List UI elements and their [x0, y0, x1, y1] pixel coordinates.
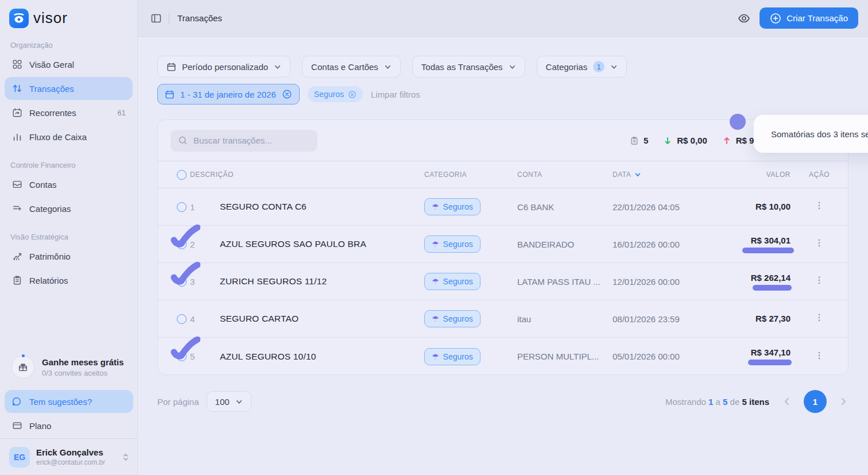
row-account: LATAM PASS ITAU ... — [517, 277, 613, 287]
sidebar-toggle-icon[interactable] — [150, 13, 162, 24]
clipboard-icon — [11, 275, 22, 286]
sidebar-item-label: Contas — [29, 180, 57, 190]
category-tag[interactable]: ☂Seguros — [424, 348, 480, 365]
sidebar-item-fluxo-de-caixa[interactable]: Fluxo de Caixa — [5, 125, 133, 148]
brand-logo: visor — [0, 0, 137, 28]
accounts-filter-label: Contas e Cartões — [311, 62, 378, 72]
row-checkbox[interactable] — [177, 352, 187, 361]
selection-sum-tooltip: Somatórias dos 3 itens selecionados — [754, 115, 868, 153]
date-range-label: 1 - 31 de janeiro de 2026 — [180, 90, 276, 99]
row-actions-menu[interactable] — [790, 201, 848, 213]
row-index: 3 — [190, 277, 220, 287]
category-tag[interactable]: ☂Seguros — [424, 198, 480, 215]
transaction-type-filter-dropdown[interactable]: Todas as Transações — [412, 56, 525, 78]
suggestions-button[interactable]: Tem sugestões? — [5, 390, 133, 413]
visibility-eye-icon[interactable] — [738, 12, 750, 25]
suggestions-label: Tem sugestões? — [29, 397, 92, 407]
chevron-down-icon — [274, 63, 281, 71]
plus-circle-icon — [770, 13, 781, 24]
sidebar-item-label: Recorrentes — [29, 108, 76, 118]
sidebar-item-label: Visão Geral — [29, 60, 74, 69]
row-value: R$ 10,00 — [755, 202, 790, 211]
active-filters: 1 - 31 de janeiro de 2026 Seguros Limpar… — [157, 84, 420, 105]
chevron-down-icon — [610, 63, 618, 71]
categories-filter-dropdown[interactable]: Categorias 1 — [537, 56, 627, 78]
arrow-up-icon — [722, 136, 731, 145]
annotation-underline — [748, 360, 792, 365]
sidebar-item-recorrentes[interactable]: Recorrentes 61 — [5, 101, 133, 124]
row-value: R$ 27,30 — [755, 314, 790, 323]
topbar: Transações Criar Transação — [138, 0, 868, 37]
category-tag[interactable]: ☂Seguros — [424, 273, 480, 290]
category-tag[interactable]: ☂Seguros — [424, 310, 480, 327]
create-transaction-button[interactable]: Criar Transação — [760, 7, 858, 29]
row-value: R$ 304,01 — [751, 235, 790, 245]
sidebar-item-transacoes[interactable]: Transações — [5, 77, 133, 100]
remove-date-filter-icon[interactable] — [282, 89, 292, 99]
col-descricao[interactable]: DESCRIÇÃO — [190, 171, 424, 179]
grid-icon — [11, 59, 22, 70]
search-icon — [178, 136, 188, 145]
clear-filters-button[interactable]: Limpar filtros — [371, 90, 420, 99]
row-checkbox[interactable] — [177, 240, 187, 249]
arrow-down-icon — [663, 136, 672, 145]
col-valor[interactable]: VALOR — [722, 171, 790, 179]
calendar-repeat-icon — [11, 107, 22, 118]
col-conta[interactable]: CONTA — [517, 171, 613, 179]
row-account: PERSON MULTIPL... — [517, 352, 613, 361]
categories-count-badge: 1 — [593, 61, 604, 72]
transaction-type-filter-label: Todas as Transações — [421, 62, 503, 72]
bar-chart-icon — [11, 132, 22, 142]
clipboard-list-icon — [630, 136, 639, 145]
sidebar-item-categorias[interactable]: Categorias — [5, 197, 133, 220]
annotation-underline — [753, 285, 792, 291]
filter-dropdowns: Período personalizado Contas e Cartões T… — [157, 56, 627, 78]
sidebar-item-patrimonio[interactable]: Patrimônio — [5, 245, 133, 268]
chevron-down-icon — [235, 398, 243, 406]
col-data[interactable]: DATA — [613, 171, 722, 179]
divider — [169, 13, 169, 24]
category-tag[interactable]: ☂Seguros — [424, 235, 480, 253]
sidebar-item-visao-geral[interactable]: Visão Geral — [5, 53, 133, 76]
section-visao-estrategica: Visão Estratégica — [0, 233, 137, 241]
remove-category-filter-icon[interactable] — [348, 90, 356, 99]
date-range-chip[interactable]: 1 - 31 de janeiro de 2026 — [157, 84, 300, 105]
showing-summary: Mostrando 1 a 5 de 5 itens — [665, 397, 769, 407]
row-date: 05/01/2026 00:00 — [613, 352, 722, 361]
calendar-icon — [165, 90, 175, 99]
category-filter-chip[interactable]: Seguros — [308, 86, 363, 102]
sidebar-item-plano[interactable]: Plano — [5, 414, 133, 437]
prev-page-chevron-icon[interactable] — [782, 396, 792, 407]
col-categoria[interactable]: CATEGORIA — [424, 171, 517, 179]
referral-banner[interactable]: Ganhe meses grátis 0/3 convites aceitos — [0, 350, 138, 387]
row-actions-menu[interactable] — [790, 238, 848, 250]
create-transaction-label: Criar Transação — [786, 13, 848, 23]
row-actions-menu[interactable] — [790, 313, 848, 325]
row-date: 22/01/2026 04:05 — [613, 202, 722, 212]
row-checkbox[interactable] — [177, 314, 187, 324]
row-actions-menu[interactable] — [790, 276, 848, 287]
table-row: 2 AZUL SEGUROS SAO PAULO BRA ☂Seguros BA… — [158, 226, 848, 263]
row-checkbox[interactable] — [177, 277, 187, 287]
sidebar-item-contas[interactable]: Contas — [5, 173, 133, 196]
search-box[interactable] — [170, 130, 317, 152]
row-value: R$ 262,14 — [751, 273, 790, 283]
calendar-icon — [166, 62, 176, 72]
section-controle-financeiro: Controle Financeiro — [0, 161, 137, 169]
user-name: Erick Gonçalves — [36, 447, 105, 457]
period-filter-dropdown[interactable]: Período personalizado — [157, 56, 290, 78]
referral-subtitle: 0/3 convites aceitos — [42, 369, 124, 377]
user-menu[interactable]: EG Erick Gonçalves erick@contatur.com.br — [0, 438, 138, 475]
per-page-select[interactable]: 100 — [207, 391, 251, 412]
sidebar-item-label: Plano — [29, 421, 51, 431]
sidebar-item-relatorios[interactable]: Relatórios — [5, 269, 133, 292]
row-checkbox[interactable] — [177, 202, 187, 212]
row-actions-menu[interactable] — [790, 351, 848, 362]
select-all-checkbox[interactable] — [177, 170, 187, 180]
row-index: 4 — [190, 314, 220, 324]
page-number-button[interactable]: 1 — [804, 390, 827, 413]
next-page-chevron-icon[interactable] — [838, 396, 848, 407]
search-input[interactable] — [193, 136, 310, 145]
table-row: 3 ZURICH SEGUROS 11/12 ☂Seguros LATAM PA… — [158, 263, 848, 300]
accounts-filter-dropdown[interactable]: Contas e Cartões — [302, 56, 401, 78]
